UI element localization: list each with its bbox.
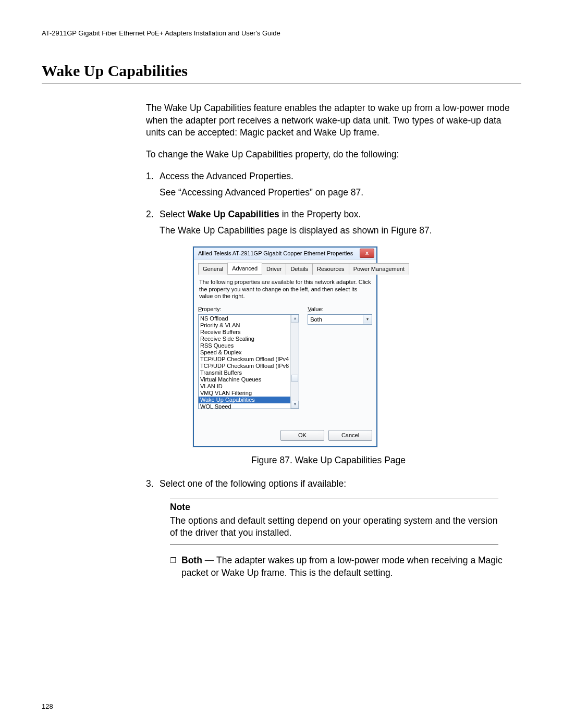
step-3-number: 3. — [146, 478, 160, 490]
step-2-number: 2. — [146, 208, 160, 221]
value-label-rest: alue: — [311, 306, 324, 312]
step-1-sub: See “Accessing Advanced Properties” on p… — [160, 187, 511, 199]
value-label: Value: — [308, 305, 372, 313]
intro-paragraph-2: To change the Wake Up Capabilities prope… — [146, 149, 511, 161]
body-column: The Wake Up Capabilities feature enables… — [146, 102, 511, 579]
property-list-items: NS Offload Priority & VLAN Receive Buffe… — [199, 315, 290, 409]
note-label: Note — [170, 501, 498, 514]
note-bottom-rule — [170, 545, 498, 545]
step-2-post: in the Property box. — [279, 209, 361, 219]
step-2-sub: The Wake Up Capabilities page is display… — [160, 225, 511, 237]
step-3-text: Select one of the following options if a… — [160, 478, 511, 490]
step-2-pre: Select — [160, 209, 188, 219]
dialog-figure-wrap: Allied Telesis AT-2911GP Gigabit Copper … — [193, 246, 377, 447]
note-top-rule — [170, 499, 498, 499]
tab-power-management[interactable]: Power Management — [349, 263, 409, 275]
figure-caption: Figure 87. Wake Up Capabilities Page — [146, 454, 511, 467]
scroll-thumb[interactable] — [291, 375, 298, 382]
scroll-track[interactable] — [291, 323, 299, 401]
step-3: 3. Select one of the following options i… — [146, 478, 511, 490]
step-1-text: Access the Advanced Properties. — [160, 170, 511, 183]
list-item[interactable]: Receive Buffers — [199, 329, 290, 336]
bullet-marker-icon: ❐ — [170, 554, 181, 579]
step-2-bold: Wake Up Capabilities — [188, 209, 279, 219]
value-column: Value: Both ▾ — [308, 305, 372, 409]
list-item[interactable]: NS Offload — [199, 315, 290, 322]
tab-driver[interactable]: Driver — [262, 263, 286, 275]
list-item[interactable]: VLAN ID — [199, 383, 290, 390]
list-item[interactable]: Speed & Duplex — [199, 349, 290, 356]
list-item-selected[interactable]: Wake Up Capabilities — [199, 397, 290, 403]
step-2: 2. Select Wake Up Capabilities in the Pr… — [146, 208, 511, 221]
intro-paragraph-1: The Wake Up Capabilities feature enables… — [146, 102, 511, 139]
property-label: Property: — [198, 305, 299, 313]
bullet-bold: Both — — [181, 555, 216, 565]
property-label-rest: roperty: — [202, 306, 221, 312]
list-item[interactable]: Virtual Machine Queues — [199, 376, 290, 383]
bullet-rest: The adapter wakes up from a low-power mo… — [181, 555, 503, 578]
step-2-text: Select Wake Up Capabilities in the Prope… — [160, 208, 511, 221]
title-rule — [42, 83, 521, 83]
scroll-up-button[interactable]: ▴ — [291, 315, 299, 323]
tab-details[interactable]: Details — [286, 263, 313, 275]
dialog-button-row: OK Cancel — [198, 430, 372, 441]
list-item[interactable]: Receive Side Scaling — [199, 336, 290, 342]
step-1-number: 1. — [146, 170, 160, 183]
property-value-row: Property: NS Offload Priority & VLAN Rec… — [198, 305, 372, 409]
list-item[interactable]: TCP/UDP Checksum Offload (IPv6 — [199, 363, 290, 369]
value-select[interactable]: Both ▾ — [308, 314, 372, 325]
cancel-button[interactable]: Cancel — [328, 430, 372, 441]
value-select-button[interactable]: ▾ — [363, 315, 372, 324]
list-item[interactable]: Priority & VLAN — [199, 322, 290, 329]
ok-button[interactable]: OK — [280, 430, 324, 441]
tab-advanced[interactable]: Advanced — [227, 263, 262, 274]
note-text: The options and default setting depend o… — [170, 515, 498, 539]
property-listbox[interactable]: NS Offload Priority & VLAN Receive Buffe… — [198, 314, 299, 409]
section-title: Wake Up Capabilities — [42, 62, 521, 80]
value-select-text: Both — [310, 316, 363, 324]
tab-general[interactable]: General — [198, 263, 228, 275]
dialog-title: Allied Telesis AT-2911GP Gigabit Copper … — [198, 250, 360, 257]
note-block: Note The options and default setting dep… — [170, 499, 498, 545]
list-item[interactable]: Transmit Buffers — [199, 369, 290, 376]
listbox-scrollbar[interactable]: ▴ ▾ — [290, 315, 299, 409]
dialog-tabs: General Advanced Driver Details Resource… — [198, 263, 372, 275]
close-button[interactable]: x — [360, 249, 374, 258]
dialog-titlebar[interactable]: Allied Telesis AT-2911GP Gigabit Copper … — [194, 248, 376, 260]
scroll-down-button[interactable]: ▾ — [291, 401, 299, 409]
list-item[interactable]: RSS Queues — [199, 342, 290, 349]
page-number: 128 — [42, 702, 53, 710]
property-column: Property: NS Offload Priority & VLAN Rec… — [198, 305, 299, 409]
dialog-body: General Advanced Driver Details Resource… — [194, 260, 376, 446]
properties-dialog: Allied Telesis AT-2911GP Gigabit Copper … — [193, 246, 377, 447]
list-item[interactable]: VMQ VLAN Filtering — [199, 390, 290, 397]
page: AT-2911GP Gigabit Fiber Ethernet PoE+ Ad… — [0, 0, 563, 728]
step-1: 1. Access the Advanced Properties. — [146, 170, 511, 183]
tab-resources[interactable]: Resources — [312, 263, 349, 275]
list-item[interactable]: WOL Speed — [199, 403, 290, 409]
doc-header: AT-2911GP Gigabit Fiber Ethernet PoE+ Ad… — [42, 29, 521, 37]
bullet-both: ❐ Both — The adapter wakes up from a low… — [170, 554, 511, 579]
bullet-text: Both — The adapter wakes up from a low-p… — [181, 554, 511, 579]
dialog-description: The following properties are available f… — [199, 279, 371, 300]
list-item[interactable]: TCP/UDP Checksum Offload (IPv4 — [199, 356, 290, 363]
